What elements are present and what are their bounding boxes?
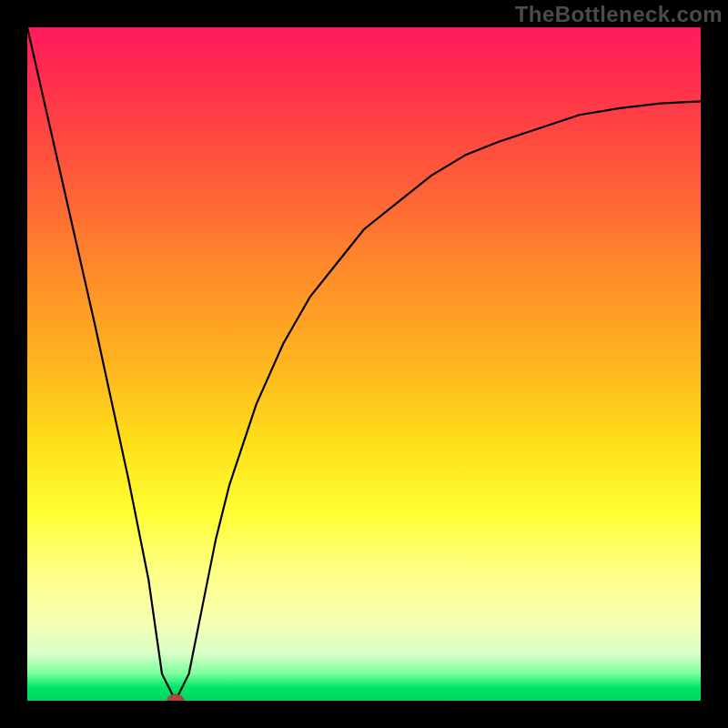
plot-area — [27, 27, 701, 701]
watermark-text: TheBottleneck.com — [515, 2, 723, 27]
minimum-marker — [167, 694, 184, 701]
bottleneck-curve-svg — [27, 27, 701, 701]
chart-frame: TheBottleneck.com — [0, 0, 728, 728]
bottleneck-curve-path — [27, 27, 701, 701]
